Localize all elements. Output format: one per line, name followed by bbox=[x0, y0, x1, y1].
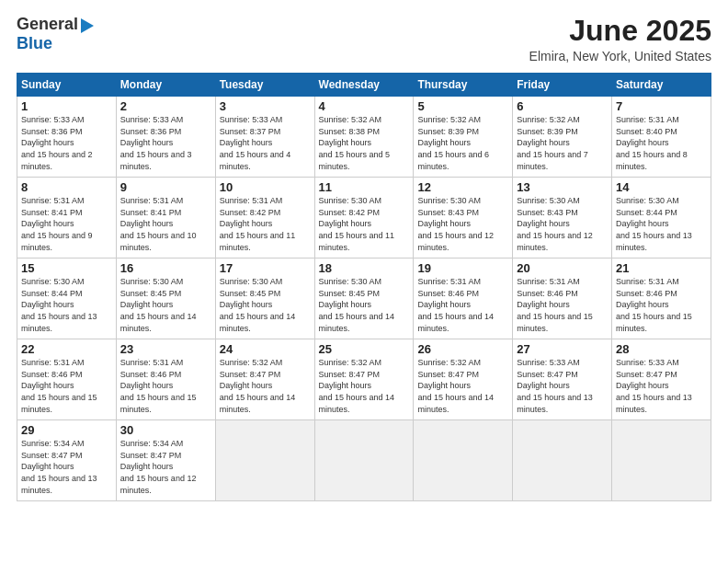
month-title: June 2025 bbox=[529, 15, 711, 47]
table-row: 25 Sunrise: 5:32 AM Sunset: 8:47 PM Dayl… bbox=[314, 339, 414, 420]
sunrise-label: Sunrise: 5:31 AM bbox=[220, 196, 283, 205]
day-number: 30 bbox=[120, 423, 211, 437]
sunset-label: Sunset: 8:42 PM bbox=[319, 208, 381, 217]
table-row: 15 Sunrise: 5:30 AM Sunset: 8:44 PM Dayl… bbox=[17, 259, 117, 339]
day-number: 26 bbox=[417, 342, 508, 356]
sunset-label: Sunset: 8:46 PM bbox=[417, 289, 479, 298]
sunrise-label: Sunrise: 5:33 AM bbox=[220, 115, 283, 124]
day-number: 27 bbox=[517, 342, 608, 356]
day-info: Sunrise: 5:31 AM Sunset: 8:41 PM Dayligh… bbox=[120, 195, 211, 253]
day-info: Sunrise: 5:32 AM Sunset: 8:47 PM Dayligh… bbox=[319, 357, 410, 415]
header: General Blue June 2025 Elmira, New York,… bbox=[17, 15, 711, 63]
sunrise-label: Sunrise: 5:30 AM bbox=[319, 196, 382, 205]
day-number: 18 bbox=[319, 261, 410, 275]
day-info: Sunrise: 5:33 AM Sunset: 8:37 PM Dayligh… bbox=[220, 114, 311, 172]
day-info: Sunrise: 5:30 AM Sunset: 8:44 PM Dayligh… bbox=[616, 195, 707, 253]
daylight-label: Daylight hours bbox=[319, 381, 372, 390]
sunrise-label: Sunrise: 5:32 AM bbox=[319, 358, 382, 367]
day-info: Sunrise: 5:31 AM Sunset: 8:46 PM Dayligh… bbox=[120, 357, 211, 415]
day-number: 3 bbox=[220, 99, 311, 113]
day-number: 22 bbox=[21, 342, 112, 356]
table-row: 4 Sunrise: 5:32 AM Sunset: 8:38 PM Dayli… bbox=[314, 97, 414, 178]
col-saturday: Saturday bbox=[612, 74, 711, 97]
table-row: 8 Sunrise: 5:31 AM Sunset: 8:41 PM Dayli… bbox=[17, 178, 117, 259]
daylight-value: and 15 hours and 5 minutes. bbox=[319, 150, 391, 171]
day-info: Sunrise: 5:31 AM Sunset: 8:41 PM Dayligh… bbox=[21, 195, 112, 253]
daylight-value: and 15 hours and 15 minutes. bbox=[21, 393, 97, 414]
day-info: Sunrise: 5:32 AM Sunset: 8:39 PM Dayligh… bbox=[517, 114, 608, 172]
day-number: 23 bbox=[120, 342, 211, 356]
sunrise-label: Sunrise: 5:32 AM bbox=[517, 115, 580, 124]
sunset-label: Sunset: 8:46 PM bbox=[517, 289, 578, 298]
table-row: 16 Sunrise: 5:30 AM Sunset: 8:45 PM Dayl… bbox=[116, 259, 215, 339]
sunrise-label: Sunrise: 5:31 AM bbox=[616, 115, 679, 124]
sunset-label: Sunset: 8:37 PM bbox=[220, 127, 281, 136]
logo-general: General bbox=[17, 15, 78, 34]
daylight-value: and 15 hours and 12 minutes. bbox=[120, 474, 197, 495]
daylight-value: and 15 hours and 12 minutes. bbox=[517, 231, 593, 252]
day-number: 21 bbox=[616, 261, 707, 275]
daylight-value: and 15 hours and 15 minutes. bbox=[120, 393, 197, 414]
table-row: 24 Sunrise: 5:32 AM Sunset: 8:47 PM Dayl… bbox=[215, 339, 314, 420]
daylight-label: Daylight hours bbox=[120, 381, 174, 390]
daylight-label: Daylight hours bbox=[21, 138, 74, 147]
daylight-label: Daylight hours bbox=[417, 138, 471, 147]
day-number: 15 bbox=[21, 261, 112, 275]
daylight-value: and 15 hours and 2 minutes. bbox=[21, 150, 93, 171]
sunrise-label: Sunrise: 5:31 AM bbox=[21, 358, 85, 367]
daylight-label: Daylight hours bbox=[319, 138, 372, 147]
day-number: 1 bbox=[21, 99, 112, 113]
day-info: Sunrise: 5:31 AM Sunset: 8:46 PM Dayligh… bbox=[21, 357, 112, 415]
daylight-label: Daylight hours bbox=[120, 462, 174, 471]
day-info: Sunrise: 5:31 AM Sunset: 8:46 PM Dayligh… bbox=[616, 276, 707, 334]
sunset-label: Sunset: 8:43 PM bbox=[517, 208, 578, 217]
page: General Blue June 2025 Elmira, New York,… bbox=[0, 0, 728, 563]
title-block: June 2025 Elmira, New York, United State… bbox=[529, 15, 711, 63]
daylight-value: and 15 hours and 14 minutes. bbox=[220, 393, 296, 414]
day-info: Sunrise: 5:31 AM Sunset: 8:42 PM Dayligh… bbox=[220, 195, 311, 253]
day-number: 5 bbox=[417, 99, 508, 113]
daylight-label: Daylight hours bbox=[616, 219, 669, 228]
day-number: 17 bbox=[220, 261, 311, 275]
daylight-value: and 15 hours and 8 minutes. bbox=[616, 150, 688, 171]
table-row bbox=[414, 420, 513, 501]
day-number: 8 bbox=[21, 180, 112, 194]
day-number: 10 bbox=[220, 180, 311, 194]
day-number: 7 bbox=[616, 99, 707, 113]
table-row bbox=[314, 420, 414, 501]
sunset-label: Sunset: 8:44 PM bbox=[616, 208, 677, 217]
sunrise-label: Sunrise: 5:30 AM bbox=[616, 196, 679, 205]
table-row: 6 Sunrise: 5:32 AM Sunset: 8:39 PM Dayli… bbox=[513, 97, 612, 178]
sunrise-label: Sunrise: 5:30 AM bbox=[417, 196, 481, 205]
sunset-label: Sunset: 8:39 PM bbox=[517, 127, 578, 136]
sunset-label: Sunset: 8:36 PM bbox=[21, 127, 83, 136]
daylight-label: Daylight hours bbox=[220, 300, 273, 309]
table-row: 17 Sunrise: 5:30 AM Sunset: 8:45 PM Dayl… bbox=[215, 259, 314, 339]
daylight-label: Daylight hours bbox=[319, 219, 372, 228]
daylight-value: and 15 hours and 14 minutes. bbox=[220, 312, 296, 333]
table-row: 26 Sunrise: 5:32 AM Sunset: 8:47 PM Dayl… bbox=[414, 339, 513, 420]
day-info: Sunrise: 5:32 AM Sunset: 8:38 PM Dayligh… bbox=[319, 114, 410, 172]
daylight-value: and 15 hours and 13 minutes. bbox=[616, 231, 692, 252]
calendar-week-row: 15 Sunrise: 5:30 AM Sunset: 8:44 PM Dayl… bbox=[17, 259, 711, 339]
sunset-label: Sunset: 8:47 PM bbox=[220, 370, 281, 379]
table-row: 13 Sunrise: 5:30 AM Sunset: 8:43 PM Dayl… bbox=[513, 178, 612, 259]
sunset-label: Sunset: 8:46 PM bbox=[120, 370, 182, 379]
col-friday: Friday bbox=[513, 74, 612, 97]
sunset-label: Sunset: 8:45 PM bbox=[120, 289, 182, 298]
daylight-label: Daylight hours bbox=[319, 300, 372, 309]
sunrise-label: Sunrise: 5:33 AM bbox=[517, 358, 580, 367]
sunrise-label: Sunrise: 5:32 AM bbox=[220, 358, 283, 367]
calendar-table: Sunday Monday Tuesday Wednesday Thursday… bbox=[17, 73, 711, 501]
daylight-value: and 15 hours and 9 minutes. bbox=[21, 231, 93, 252]
sunset-label: Sunset: 8:46 PM bbox=[21, 370, 83, 379]
sunrise-label: Sunrise: 5:34 AM bbox=[21, 439, 85, 448]
daylight-label: Daylight hours bbox=[21, 300, 74, 309]
day-info: Sunrise: 5:32 AM Sunset: 8:47 PM Dayligh… bbox=[417, 357, 508, 415]
day-number: 28 bbox=[616, 342, 707, 356]
daylight-label: Daylight hours bbox=[517, 300, 570, 309]
sunset-label: Sunset: 8:47 PM bbox=[120, 451, 182, 460]
day-number: 13 bbox=[517, 180, 608, 194]
daylight-label: Daylight hours bbox=[220, 219, 273, 228]
daylight-value: and 15 hours and 11 minutes. bbox=[220, 231, 296, 252]
